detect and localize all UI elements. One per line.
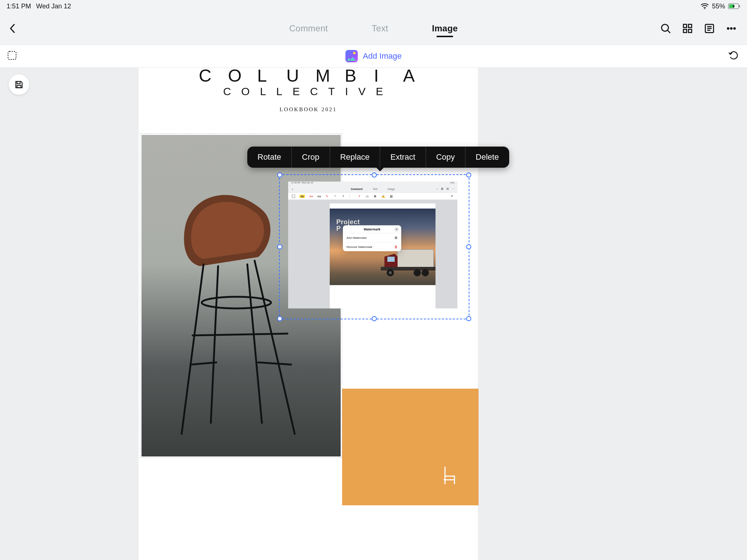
svg-point-16	[734, 27, 736, 30]
svg-line-25	[258, 362, 291, 365]
resize-handle-middle-left[interactable]	[277, 244, 282, 249]
ctx-crop[interactable]: Crop	[292, 147, 330, 168]
image-toolbar: Add Image	[0, 44, 747, 68]
resize-handle-bottom-right[interactable]	[466, 316, 471, 321]
orange-panel	[342, 389, 479, 505]
svg-line-19	[182, 264, 204, 434]
svg-rect-18	[17, 85, 21, 88]
save-button[interactable]	[9, 74, 29, 95]
resize-handle-top-left[interactable]	[277, 172, 282, 178]
svg-point-15	[730, 27, 732, 30]
svg-rect-7	[689, 24, 692, 28]
resize-handle-bottom-middle[interactable]	[372, 316, 377, 321]
svg-line-23	[193, 334, 287, 335]
document-page[interactable]: COLUMBIA COLLECTIVE LOOKBOOK 2021	[139, 68, 478, 560]
tab-text[interactable]: Text	[372, 23, 388, 34]
tab-comment[interactable]: Comment	[289, 23, 328, 34]
add-image-icon	[345, 50, 358, 62]
svg-line-22	[247, 264, 262, 423]
resize-handle-top-right[interactable]	[466, 172, 471, 178]
ctx-rotate[interactable]: Rotate	[247, 147, 292, 168]
svg-rect-17	[8, 51, 16, 59]
add-image-button[interactable]: Add Image	[345, 50, 402, 62]
battery-percent: 55%	[712, 3, 725, 10]
image-selection-frame[interactable]	[279, 174, 469, 319]
svg-line-5	[668, 31, 670, 33]
back-button[interactable]	[0, 23, 26, 34]
canvas-area[interactable]: COLUMBIA COLLECTIVE LOOKBOOK 2021	[0, 68, 747, 560]
svg-rect-3	[739, 5, 740, 7]
resize-handle-bottom-left[interactable]	[277, 316, 282, 321]
add-image-label: Add Image	[363, 51, 402, 61]
svg-rect-6	[684, 24, 687, 28]
ctx-copy[interactable]: Copy	[426, 147, 465, 168]
svg-point-26	[202, 297, 271, 308]
battery-charging-icon	[728, 3, 740, 9]
sidebar-panel-icon[interactable]	[704, 23, 715, 34]
svg-line-21	[211, 266, 218, 423]
undo-button[interactable]	[728, 50, 739, 62]
selection-tool-icon[interactable]	[7, 50, 18, 62]
ctx-replace[interactable]: Replace	[330, 147, 380, 168]
grid-icon[interactable]	[682, 23, 693, 34]
wifi-icon	[700, 3, 709, 9]
top-tab-bar: Comment Text Image	[0, 12, 747, 44]
status-time: 1:51 PM	[7, 3, 31, 10]
more-icon[interactable]	[726, 23, 737, 34]
svg-point-4	[662, 24, 669, 31]
svg-rect-8	[684, 30, 687, 33]
doc-title-line1: COLUMBIA	[139, 68, 478, 86]
resize-handle-middle-right[interactable]	[466, 244, 471, 249]
ctx-delete[interactable]: Delete	[465, 147, 509, 168]
doc-lookbook: LOOKBOOK 2021	[139, 106, 478, 113]
svg-line-24	[191, 362, 216, 365]
tab-image[interactable]: Image	[432, 23, 458, 34]
image-context-menu: Rotate Crop Replace Extract Copy Delete	[247, 147, 509, 168]
svg-point-14	[727, 27, 729, 30]
status-date: Wed Jan 12	[36, 3, 71, 10]
ctx-extract[interactable]: Extract	[380, 147, 426, 168]
status-bar: 1:51 PM Wed Jan 12 55%	[0, 0, 747, 12]
svg-rect-9	[689, 30, 692, 33]
svg-point-0	[704, 8, 705, 9]
chair-outline-icon	[442, 465, 457, 486]
resize-handle-top-middle[interactable]	[372, 172, 377, 178]
doc-title-line2: COLLECTIVE	[139, 85, 478, 98]
search-icon[interactable]	[660, 23, 671, 34]
